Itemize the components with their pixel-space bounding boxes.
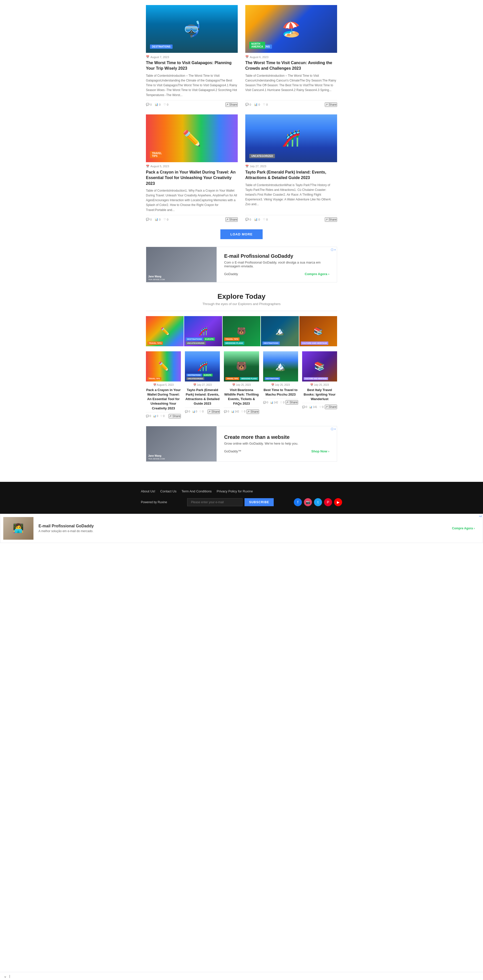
small-post-image-crayon[interactable]: ✏️ TRAVEL TIPS [146, 351, 181, 382]
calendar-icon-4: 📅 [245, 165, 249, 168]
post-image-galapagos[interactable]: 🤿 DESTINATIONS [146, 5, 238, 53]
small-badge-weekend-bear: WEEKEND PLANS [240, 377, 258, 380]
post-image-cancun[interactable]: 🏖️ DESTINATIONS NORTH AMERICA [245, 5, 337, 53]
small-post-image-bearizona[interactable]: 🐻 TRAVEL TIPS WEEKEND PLANS [224, 351, 259, 382]
view-count-4: 📊 0 [254, 218, 260, 221]
footer-link-terms[interactable]: Term And Conditions [182, 489, 212, 493]
small-share-bearizona[interactable]: ↗ Share [247, 409, 259, 414]
post-excerpt-tayto: Table of ContentsIntroductionWhat is Tay… [245, 183, 337, 207]
load-more-button[interactable]: LOAD MORE [220, 229, 263, 239]
post-excerpt-cancun: Table of ContentsIntroduction – The Wors… [245, 73, 337, 93]
small-likes-italy: ♡ 0 [319, 406, 324, 408]
footer-social: f 📷 t P ▶ [294, 498, 342, 506]
ad-title-2: Create more than a website [224, 434, 329, 440]
footer-subscribe-button[interactable]: SUBSCRIBE [244, 498, 274, 506]
small-views-machu: 📊 142 [270, 401, 278, 404]
small-comments-crayon: 💬 0 [146, 415, 151, 417]
social-pinterest-icon[interactable]: P [324, 498, 332, 506]
explore-item-tayto[interactable]: 🎢 DESTINATIONS EUROPE UNCATEGORIZED [184, 316, 222, 346]
like-count-2: ♡ 0 [263, 103, 268, 106]
small-meta-tayto: 📅 July 27, 2023 [185, 383, 220, 386]
explore-badge-destinations-2: DESTINATIONS [262, 342, 280, 345]
bottom-ad-strip: 👩‍💻 E-mail Profissional GoDaddy A melhor… [0, 514, 483, 543]
bottom-ad-desc: A melhor solução em e-mail do mercado. [38, 529, 447, 533]
five-col-grid: ✏️ TRAVEL TIPS 📅 August 5, 2023 Pack a C… [146, 351, 337, 418]
small-share-machu[interactable]: ↗ Share [285, 400, 298, 405]
post-title-galapagos[interactable]: The Worst Time to Visit Galapagos: Plann… [146, 60, 238, 72]
explore-badge-uncategorized: UNCATEGORIZED [186, 342, 206, 345]
social-youtube-icon[interactable]: ▶ [334, 498, 342, 506]
small-share-crayon[interactable]: ↗ Share [169, 414, 181, 418]
small-comments-machu: 💬 0 [263, 401, 268, 404]
ad-footer-1: GoDaddy Compre Agora › [224, 272, 329, 276]
ad2-person-name: Jane Wang TEA-SENSE.COM [148, 454, 165, 460]
small-title-machu[interactable]: Best Time to Travel to Machu Picchu 2023 [263, 388, 298, 397]
explore-item-machu[interactable]: 🏔️ DESTINATIONS [261, 316, 299, 346]
ad-desc-1: Com o E-mail Profissional GoDaddy, você … [224, 261, 329, 268]
comment-count-2: 💬 0 [245, 103, 251, 106]
footer-link-privacy[interactable]: Privacy Policy for Ruxine [217, 489, 253, 493]
post-image-crayon[interactable]: ✏️ TRAVEL TIPS [146, 115, 238, 162]
explore-item-italy[interactable]: 📚 CULTURE AND HERITAGE [300, 316, 337, 346]
ad-banner-image-1: Jane Wang TEA-SENSE.COM [146, 247, 217, 282]
small-title-tayto[interactable]: Tayto Park (Emerald Park) Ireland: Event… [185, 388, 220, 406]
post-footer-cancun: 💬 0 📊 0 ♡ 0 ↗ Share [245, 100, 337, 107]
explore-item-bearizona[interactable]: 🐻 TRAVEL TIPS WEEKEND PLANS [223, 316, 260, 346]
small-post-image-machu[interactable]: 🏔️ DESTINATIONS [263, 351, 298, 382]
explore-item-crayon[interactable]: ✏️ TRAVEL TIPS [146, 316, 183, 346]
load-more-container: LOAD MORE [146, 229, 337, 239]
ad-banner-2: Jane Wang TEA-SENSE.COM ⓘ × Create more … [146, 426, 337, 462]
small-share-tayto[interactable]: ↗ Share [207, 409, 220, 414]
explore-badge-travel-tips-2: TRAVEL TIPS [224, 337, 239, 341]
calendar-icon-3: 📅 [146, 165, 150, 168]
comment-count: 💬 0 [146, 103, 152, 106]
ad-cta-1[interactable]: Compre Agora › [304, 272, 329, 276]
small-badge-culture-italy: CULTURE AND HERITAGE [304, 377, 328, 380]
post-card-galapagos: 🤿 DESTINATIONS 📅 August 7, 2023 The Wors… [146, 5, 238, 107]
small-share-italy[interactable]: ↗ Share [325, 405, 337, 409]
ad2-close-icon[interactable]: ⓘ × [331, 427, 336, 431]
footer-link-about[interactable]: About Us! [141, 489, 155, 493]
social-instagram-icon[interactable]: 📷 [304, 498, 312, 506]
explore-badge-travel-tips: TRAVEL TIPS [147, 342, 163, 345]
post-image-tayto[interactable]: 🎢 DESTINATIONS EUROPE UNCATEGORIZED [245, 115, 337, 162]
small-views-italy: 📊 141 [309, 406, 317, 408]
post-title-tayto[interactable]: Tayto Park (Emerald Park) Ireland: Event… [245, 170, 337, 181]
post-stats-4: 💬 0 📊 0 ♡ 0 [245, 218, 268, 221]
post-stats: 💬 0 📊 0 ♡ 0 [146, 103, 168, 106]
social-facebook-icon[interactable]: f [294, 498, 302, 506]
small-footer-machu: 💬 0 📊 142 ♡ 0 ↗ Share [263, 398, 298, 405]
like-count-3: ♡ 0 [164, 218, 168, 221]
share-button-4[interactable]: ↗ Share [325, 217, 337, 222]
small-post-image-tayto[interactable]: 🎢 DESTINATIONS EUROPE UNCATEGORIZED [185, 351, 220, 382]
post-title-cancun[interactable]: The Worst Time to Visit Cancun: Avoiding… [245, 60, 337, 72]
share-button-3[interactable]: ↗ Share [225, 217, 238, 222]
footer: About Us! Contact Us Term And Conditions… [0, 482, 483, 514]
footer-link-contact[interactable]: Contact Us [160, 489, 176, 493]
ad-desc-2: Grow online with GoDaddy. We're here to … [224, 442, 329, 445]
small-badge-dest-machu: DESTINATIONS [265, 377, 280, 380]
social-twitter-icon[interactable]: t [314, 498, 322, 506]
small-title-crayon[interactable]: Pack a Crayon in Your Wallet During Trav… [146, 388, 181, 410]
small-title-bearizona[interactable]: Visit Bearizona Wildlife Park: Thrilling… [224, 388, 259, 406]
calendar-icon: 📅 [146, 55, 150, 59]
ad-close-icon[interactable]: ⓘ × [331, 248, 336, 252]
ad-title-1: E-mail Profissional GoDaddy [224, 253, 329, 259]
ad-cta-2[interactable]: Shop Now › [311, 449, 330, 453]
post-card-cancun: 🏖️ DESTINATIONS NORTH AMERICA 📅 August 6… [245, 5, 337, 107]
share-button[interactable]: ↗ Share [225, 102, 238, 107]
footer-email-input[interactable] [187, 498, 242, 506]
post-date-4: July 27, 2023 [250, 165, 266, 168]
share-button-2[interactable]: ↗ Share [325, 102, 337, 107]
post-stats-3: 💬 0 📊 0 ♡ 0 [146, 218, 168, 221]
bottom-ad-cta[interactable]: Compre Agora › [452, 527, 475, 530]
ad-person-name: Jane Wang TEA-SENSE.COM [148, 275, 165, 281]
small-title-italy[interactable]: Best Italy Travel Books: Igniting Your W… [302, 388, 337, 402]
view-count-3: 📊 0 [155, 218, 161, 221]
small-comments-italy: 💬 0 [302, 406, 307, 408]
small-badge-travel: TRAVEL TIPS [147, 377, 161, 380]
post-title-crayon[interactable]: Pack a Crayon in Your Wallet During Trav… [146, 170, 238, 186]
small-post-image-italy[interactable]: 📚 CULTURE AND HERITAGE [302, 351, 337, 382]
post-footer-galapagos: 💬 0 📊 0 ♡ 0 ↗ Share [146, 100, 238, 107]
small-post-machu: 🏔️ DESTINATIONS 📅 July 25, 2023 Best Tim… [263, 351, 298, 418]
